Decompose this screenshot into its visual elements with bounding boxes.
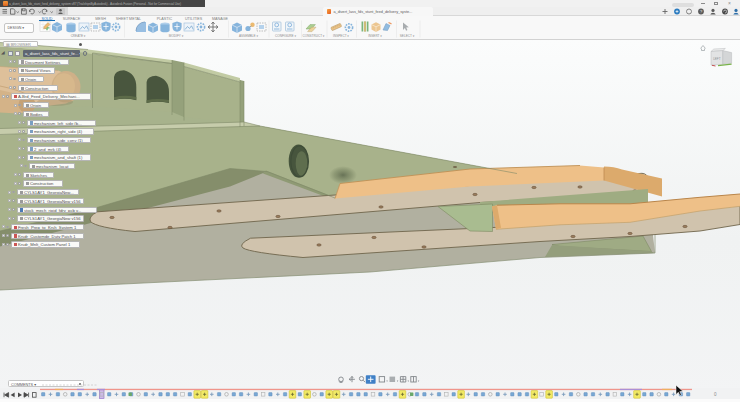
svg-text:0: 0 bbox=[714, 392, 717, 397]
svg-text:LEFT: LEFT bbox=[713, 57, 721, 61]
